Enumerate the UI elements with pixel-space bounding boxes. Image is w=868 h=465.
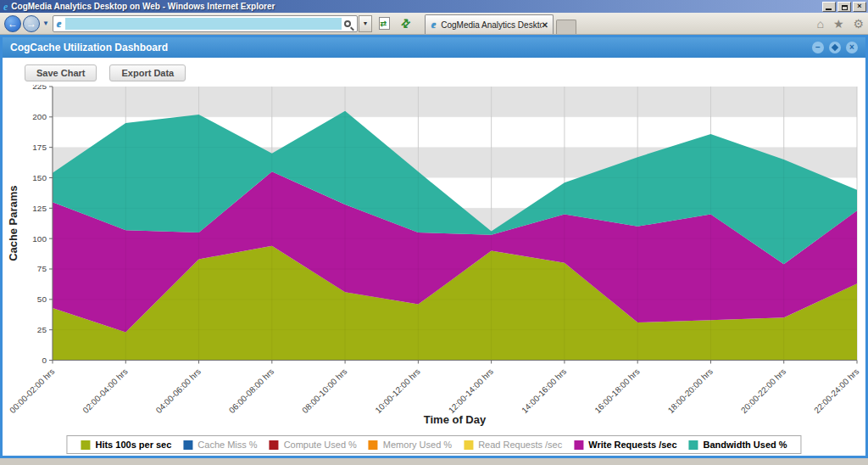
panel-maximize-button[interactable] [829,42,841,53]
svg-text:12:00-14:00 hrs: 12:00-14:00 hrs [447,367,495,415]
dashboard-header: CogCache Utilization Dashboard − × [3,37,865,58]
maximize-icon [832,44,838,51]
restore-icon [842,5,848,10]
legend-item[interactable]: Compute Used % [270,440,357,450]
legend-label: Hits 100s per sec [95,440,171,450]
svg-text:20:00-22:00 hrs: 20:00-22:00 hrs [739,367,787,415]
legend-swatch-icon [689,440,698,450]
chart-legend: Hits 100s per secCache Miss %Compute Use… [66,435,801,454]
svg-text:16:00-18:00 hrs: 16:00-18:00 hrs [593,367,641,415]
tab-favicon-icon: e [430,20,437,29]
new-tab-button[interactable] [556,20,576,34]
history-dropdown-icon[interactable]: ▼ [42,20,49,27]
settings-gear-icon[interactable]: ⚙ [853,18,864,30]
legend-item[interactable]: Bandwidth Used % [689,440,787,450]
panel-minimize-button[interactable]: − [812,42,824,53]
legend-label: Cache Miss % [198,440,257,450]
chart-toolbar: Save Chart Export Data [3,58,865,85]
home-icon[interactable]: ⌂ [816,18,823,30]
back-button[interactable]: ← [4,15,21,32]
legend-swatch-icon [183,440,192,450]
window-restore-button[interactable] [837,2,851,12]
chart-svg: 025507510012515017520022500:00-02:00 hrs… [3,85,865,456]
tab-close-button[interactable]: ✕ [542,20,548,30]
legend-label: Bandwidth Used % [704,440,787,450]
browser-titlebar: e CogMedia Analytics Desktop on Web - Wi… [0,0,868,13]
export-data-button[interactable]: Export Data [109,64,186,81]
address-bar[interactable]: e [53,15,358,32]
favorites-star-icon[interactable]: ★ [833,18,844,30]
compatibility-view-button[interactable] [376,15,393,32]
svg-text:04:00-06:00 hrs: 04:00-06:00 hrs [154,367,203,415]
legend-label: Read Requests /sec [478,440,562,450]
svg-text:10:00-12:00 hrs: 10:00-12:00 hrs [373,367,421,415]
ie-logo-icon: e [2,3,9,11]
svg-text:100: 100 [32,234,47,244]
svg-text:125: 125 [32,204,47,213]
svg-text:0: 0 [42,356,47,365]
address-url-highlight[interactable] [65,18,342,30]
svg-text:06:00-08:00 hrs: 06:00-08:00 hrs [227,367,275,415]
legend-item[interactable]: Cache Miss % [183,440,257,450]
svg-text:Time of Day: Time of Day [424,413,487,426]
refresh-icon: ⇄ [398,15,414,31]
browser-title: CogMedia Analytics Desktop on Web - Wind… [9,2,821,11]
legend-item[interactable]: Read Requests /sec [464,440,562,450]
search-icon[interactable] [344,20,351,27]
svg-text:Cache Params: Cache Params [7,186,19,261]
window-minimize-button[interactable] [822,2,836,12]
tab-title: CogMedia Analytics Desktop ... [437,20,541,30]
svg-text:00:00-02:00 hrs: 00:00-02:00 hrs [8,367,56,415]
save-chart-button[interactable]: Save Chart [25,64,97,81]
window-close-button[interactable]: × [853,2,866,12]
chart-area: 025507510012515017520022500:00-02:00 hrs… [3,85,865,456]
legend-swatch-icon [270,440,279,450]
svg-text:25: 25 [37,325,47,334]
legend-swatch-icon [369,440,378,450]
dashboard-title: CogCache Utilization Dashboard [10,42,807,53]
legend-label: Memory Used % [383,440,452,450]
browser-tab[interactable]: e CogMedia Analytics Desktop ... ✕ [425,14,554,34]
svg-text:18:00-20:00 hrs: 18:00-20:00 hrs [666,367,715,415]
dashboard-panel: CogCache Utilization Dashboard − × Save … [0,35,868,458]
legend-swatch-icon [464,440,473,450]
svg-text:22:00-24:00 hrs: 22:00-24:00 hrs [812,367,860,415]
svg-text:150: 150 [32,173,47,182]
svg-text:225: 225 [32,85,47,91]
minimize-icon [826,8,832,10]
panel-close-button[interactable]: × [846,42,858,53]
legend-item[interactable]: Memory Used % [369,440,452,450]
legend-label: Compute Used % [284,440,357,450]
svg-text:175: 175 [32,143,47,152]
refresh-button[interactable]: ⇄ [398,15,415,32]
legend-swatch-icon [574,440,583,450]
forward-button[interactable]: → [23,15,40,32]
legend-swatch-icon [81,440,90,450]
svg-text:02:00-04:00 hrs: 02:00-04:00 hrs [81,367,129,415]
svg-text:200: 200 [32,112,47,121]
legend-item[interactable]: Hits 100s per sec [81,440,171,450]
browser-navbar: ← → ▼ e ▼ ⇄ e CogMedia Analytics Desktop… [0,13,868,35]
svg-text:08:00-10:00 hrs: 08:00-10:00 hrs [300,367,348,415]
svg-text:50: 50 [37,294,47,304]
address-favicon-icon: e [55,20,63,28]
address-dropdown-button[interactable]: ▼ [359,15,372,32]
legend-label: Write Requests /sec [588,440,676,450]
svg-text:75: 75 [37,265,47,274]
legend-item[interactable]: Write Requests /sec [574,440,676,450]
svg-text:14:00-16:00 hrs: 14:00-16:00 hrs [520,367,568,415]
compatibility-view-icon [379,17,390,30]
